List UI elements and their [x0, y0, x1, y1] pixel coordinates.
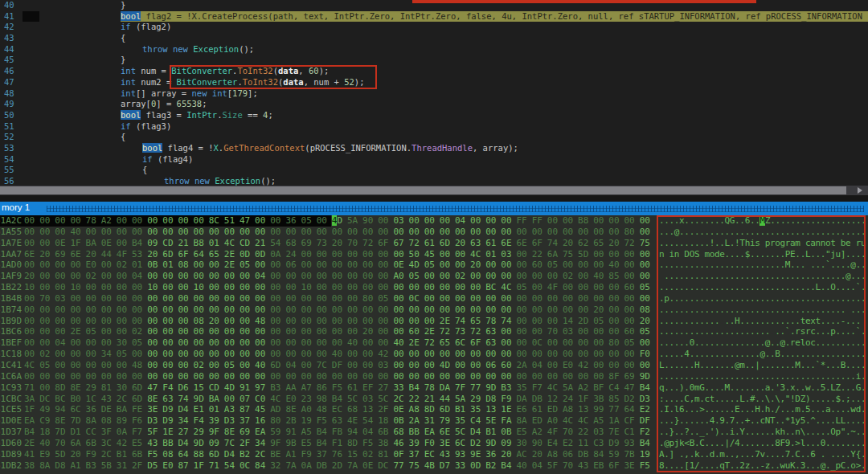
- hex-byte[interactable]: 01: [485, 249, 501, 260]
- hex-byte[interactable]: 00: [224, 304, 240, 316]
- memory-row[interactable]: 61CBC3ADCBCB01C432C6D8E63749DBA0007C04CE…: [0, 394, 868, 405]
- hex-byte[interactable]: 03: [55, 293, 70, 304]
- hex-byte[interactable]: 4C: [270, 394, 285, 405]
- hex-byte[interactable]: 00: [117, 215, 132, 227]
- hex-byte[interactable]: 00: [409, 349, 424, 360]
- hex-byte[interactable]: 40: [332, 349, 347, 360]
- hex-byte[interactable]: 60: [624, 326, 639, 337]
- hex-byte[interactable]: 00: [563, 282, 578, 293]
- hex-byte[interactable]: 00: [624, 349, 639, 360]
- hex-byte[interactable]: 00: [332, 337, 347, 349]
- hex-byte[interactable]: A0: [547, 415, 563, 427]
- hex-byte[interactable]: 00: [255, 227, 270, 238]
- line-number[interactable]: 44: [0, 44, 23, 55]
- hex-byte[interactable]: 06: [563, 449, 578, 460]
- hex-byte[interactable]: 00: [578, 371, 593, 382]
- hex-byte[interactable]: 02: [362, 449, 378, 460]
- hex-byte[interactable]: 00: [255, 349, 270, 360]
- memory-row[interactable]: 61A2C0000000078A20000000000008C514700003…: [0, 215, 868, 227]
- hex-byte[interactable]: 00: [301, 304, 317, 316]
- hex-byte[interactable]: 00: [409, 316, 424, 327]
- hex-byte[interactable]: 00: [501, 349, 516, 360]
- hex-byte[interactable]: 19: [640, 449, 655, 460]
- hex-byte[interactable]: 00: [640, 227, 655, 238]
- hex-byte[interactable]: A8: [409, 404, 424, 415]
- hex-byte[interactable]: 60: [501, 360, 516, 371]
- hex-byte[interactable]: 74: [547, 238, 563, 249]
- hex-byte[interactable]: 61: [424, 238, 440, 249]
- hex-bytes[interactable]: 0000000000000000000000000000000000000000…: [24, 371, 655, 382]
- hex-byte[interactable]: 86: [317, 382, 332, 394]
- hex-byte[interactable]: 03: [593, 427, 608, 438]
- hex-byte[interactable]: 48: [317, 404, 332, 415]
- hex-byte[interactable]: 04: [532, 460, 547, 472]
- hex-byte[interactable]: 00: [332, 304, 347, 316]
- hex-byte[interactable]: 00: [455, 360, 470, 371]
- hex-byte[interactable]: 00: [178, 360, 193, 371]
- hex-byte[interactable]: 05: [301, 215, 317, 227]
- hex-byte[interactable]: 00: [378, 371, 393, 382]
- hex-byte[interactable]: 00: [24, 349, 39, 360]
- ascii-column[interactable]: ..........!..L.!This program cannot be r…: [659, 238, 866, 249]
- hex-byte[interactable]: 42: [378, 349, 393, 360]
- hex-byte[interactable]: 00: [55, 316, 70, 327]
- hex-byte[interactable]: 00: [593, 215, 608, 227]
- hex-byte[interactable]: 00: [301, 337, 317, 349]
- hex-byte[interactable]: 20: [593, 304, 608, 316]
- hex-byte[interactable]: 4B: [424, 460, 440, 472]
- hex-byte[interactable]: 00: [409, 371, 424, 382]
- hex-byte[interactable]: 74: [501, 316, 516, 327]
- hex-byte[interactable]: 00: [362, 282, 378, 293]
- hex-byte[interactable]: 00: [517, 249, 532, 260]
- hex-byte[interactable]: 00: [424, 316, 440, 327]
- code-line[interactable]: 49array[0] = 65538;: [0, 99, 868, 110]
- hex-byte[interactable]: 00: [255, 293, 270, 304]
- hex-byte[interactable]: DA: [517, 394, 532, 405]
- hex-byte[interactable]: 9E: [470, 449, 485, 460]
- hex-byte[interactable]: 05: [624, 337, 639, 349]
- hex-byte[interactable]: 00: [70, 293, 85, 304]
- hex-byte[interactable]: 00: [455, 282, 470, 293]
- hex-byte[interactable]: 00: [440, 259, 455, 271]
- line-number[interactable]: 50: [0, 110, 23, 121]
- hex-byte[interactable]: A0: [393, 271, 408, 282]
- code-text[interactable]: if (flag4): [142, 154, 193, 165]
- hex-byte[interactable]: 63: [332, 415, 347, 427]
- hex-byte[interactable]: 00: [39, 316, 55, 327]
- hex-byte[interactable]: 00: [70, 304, 85, 316]
- hex-byte[interactable]: 76: [332, 449, 347, 460]
- hex-byte[interactable]: 00: [162, 371, 178, 382]
- hex-byte[interactable]: 00: [332, 316, 347, 327]
- hex-byte[interactable]: 65: [209, 249, 224, 260]
- hex-byte[interactable]: 00: [485, 293, 501, 304]
- hex-byte[interactable]: 3C: [101, 438, 117, 449]
- hex-byte[interactable]: D3: [147, 415, 162, 427]
- line-number[interactable]: 56: [0, 176, 23, 186]
- hex-byte[interactable]: 00: [86, 282, 101, 293]
- hex-byte[interactable]: 00: [255, 304, 270, 316]
- hex-byte[interactable]: 00: [563, 227, 578, 238]
- hex-byte[interactable]: B3: [501, 382, 516, 394]
- hex-byte[interactable]: 5D: [578, 249, 593, 260]
- hex-byte[interactable]: FF: [517, 215, 532, 227]
- hex-byte[interactable]: BC: [485, 282, 501, 293]
- hex-byte[interactable]: 08: [101, 415, 117, 427]
- hex-byte[interactable]: E4: [547, 438, 563, 449]
- hex-byte[interactable]: AD: [270, 404, 285, 415]
- code-line[interactable]: 42if (flag2): [0, 22, 868, 33]
- hex-byte[interactable]: 34: [178, 415, 193, 427]
- hex-byte[interactable]: 00: [194, 337, 209, 349]
- hex-byte[interactable]: 00: [285, 349, 301, 360]
- hex-byte[interactable]: DE: [101, 404, 117, 415]
- hex-byte[interactable]: D9: [162, 404, 178, 415]
- hex-byte[interactable]: B4: [640, 382, 655, 394]
- hex-byte[interactable]: 00: [55, 349, 70, 360]
- hex-byte[interactable]: 00: [194, 349, 209, 360]
- hex-byte[interactable]: 00: [240, 360, 255, 371]
- hex-byte[interactable]: 10: [301, 282, 317, 293]
- hex-byte[interactable]: B4: [317, 427, 332, 438]
- hex-byte[interactable]: 5C: [378, 394, 393, 405]
- hex-byte[interactable]: 6D: [132, 382, 147, 394]
- hex-byte[interactable]: 00: [593, 293, 608, 304]
- hex-byte[interactable]: 13: [485, 404, 501, 415]
